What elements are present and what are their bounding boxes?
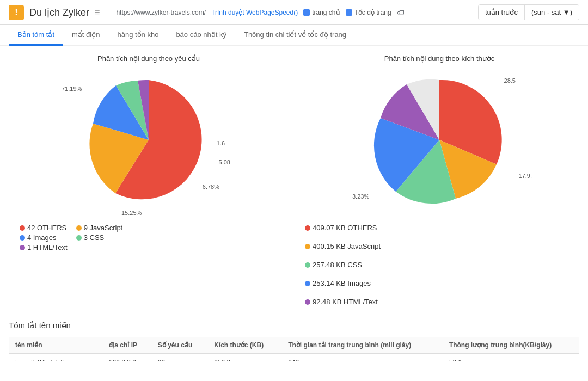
- app-title: Du lịch Zylker: [29, 7, 89, 19]
- legend-item-kb-css: 257.48 KB CSS: [305, 261, 579, 269]
- tab-summary[interactable]: Bản tóm tắt: [9, 25, 63, 46]
- left-legend: 42 OTHERS 4 Images 1 HTML/Text 9 JavaScr…: [9, 224, 289, 253]
- col-avg-load: Thời gian tải trang trung bình (mili giâ…: [281, 337, 443, 354]
- legend-dot-kb-css: [305, 262, 310, 268]
- date-range-button[interactable]: tuần trước (sun - sat ▼): [478, 4, 579, 20]
- domain-table-section: Tóm tắt tên miền tên miền địa chỉ IP Số …: [9, 321, 579, 361]
- legend-dot-js: [76, 225, 82, 231]
- legend-item-others: 42 OTHERS: [20, 224, 68, 232]
- right-legend: 409.07 KB OTHERS 400.15 KB JavaScript 25…: [299, 224, 579, 308]
- col-domain: tên miền: [9, 337, 102, 354]
- cell-throughput-0: 50.1: [443, 354, 579, 361]
- left-chart-section: Phân tích nội dung theo yêu cầu 71.19% 1…: [9, 54, 289, 308]
- header-right: tuần trước (sun - sat ▼): [478, 4, 579, 20]
- cell-ip-0: 192.0.2.0: [102, 354, 151, 361]
- date-range-period: (sun - sat ▼): [524, 5, 579, 20]
- domain-table-title: Tóm tắt tên miền: [9, 321, 579, 330]
- charts-row: Phân tích nội dung theo yêu cầu 71.19% 1…: [9, 54, 579, 308]
- legend-dot-kb-html: [305, 299, 310, 305]
- header-left: ! Du lịch Zylker ≡ https://www.zylker-tr…: [9, 5, 405, 20]
- filter-color-home: [303, 9, 310, 16]
- legend-item-css: 3 CSS: [76, 233, 123, 242]
- legend-item-kb-html: 92.48 KB HTML/Text: [305, 298, 579, 306]
- legend-item-kb-others: 409.07 KB OTHERS: [305, 224, 579, 232]
- right-label-bottomleft: 3.23%: [352, 193, 369, 200]
- legend-label-others: 42 OTHERS: [27, 224, 66, 232]
- tag-icon[interactable]: 🏷: [397, 8, 405, 17]
- tab-report[interactable]: báo cáo nhật ký: [167, 25, 235, 46]
- legend-dot-css: [76, 235, 82, 241]
- legend-label-images: 4 Images: [27, 233, 56, 242]
- domain-table: tên miền địa chỉ IP Số yêu cầu Kích thướ…: [9, 337, 579, 361]
- warning-icon: !: [9, 5, 24, 20]
- right-chart-section: Phân tích nội dung theo kích thước 28.5 …: [299, 54, 579, 308]
- header: ! Du lịch Zylker ≡ https://www.zylker-tr…: [0, 0, 588, 25]
- legend-label-html: 1 HTML/Text: [27, 243, 68, 251]
- legend-label-kb-others: 409.07 KB OTHERS: [313, 224, 377, 232]
- menu-icon[interactable]: ≡: [95, 8, 100, 17]
- filter-tag-home[interactable]: trang chủ: [303, 9, 340, 16]
- col-size: Kích thước (KB): [207, 337, 281, 354]
- tab-speed-detail[interactable]: Thông tin chi tiết về tốc độ trang: [235, 25, 355, 46]
- right-label-right: 17.9.: [519, 173, 532, 179]
- pagespeed-link[interactable]: Trình duyệt WebPageSpeed(): [211, 9, 298, 16]
- legend-dot-others: [20, 225, 25, 231]
- legend-label-js: 9 JavaScript: [84, 224, 123, 232]
- legend-label-kb-css: 257.48 KB CSS: [313, 261, 362, 269]
- tab-inventory[interactable]: hàng tồn kho: [108, 25, 167, 46]
- left-label-right3: 6.78%: [203, 183, 219, 190]
- col-throughput: Thông lượng trung bình(KB/giây): [443, 337, 579, 354]
- legend-item-kb-images: 253.14 KB Images: [305, 279, 579, 287]
- cell-size-0: 350.9: [207, 354, 281, 361]
- left-chart-title: Phân tích nội dung theo yêu cầu: [9, 54, 289, 63]
- legend-item-images: 4 Images: [20, 233, 68, 242]
- legend-dot-kb-js: [305, 244, 310, 249]
- legend-dot-images: [20, 235, 25, 241]
- left-label-bottom: 15.25%: [121, 210, 142, 216]
- legend-item-js: 9 JavaScript: [76, 224, 123, 232]
- filter-color-speed: [346, 9, 352, 16]
- right-pie-chart: [363, 69, 516, 211]
- col-requests: Số yêu cầu: [151, 337, 207, 354]
- date-range-label: tuần trước: [479, 5, 524, 20]
- right-chart-title: Phân tích nội dung theo kích thước: [299, 54, 579, 63]
- right-label-topright: 28.5: [504, 77, 516, 84]
- left-label-topleft: 71.19%: [62, 85, 82, 92]
- main-content: Phân tích nội dung theo yêu cầu 71.19% 1…: [0, 46, 588, 361]
- legend-dot-kb-images: [305, 281, 310, 286]
- legend-label-kb-html: 92.48 KB HTML/Text: [313, 298, 378, 306]
- tabs-bar: Bản tóm tắt mất điện hàng tồn kho báo cá…: [0, 25, 588, 46]
- legend-label-kb-js: 400.15 KB JavaScript: [313, 242, 381, 250]
- left-label-right2: 5.08: [219, 159, 230, 165]
- filter-tag-speed[interactable]: Tốc độ trang: [346, 9, 391, 16]
- filter-label-speed: Tốc độ trang: [354, 9, 391, 16]
- legend-item-html: 1 HTML/Text: [20, 243, 68, 251]
- col-ip: địa chỉ IP: [102, 337, 151, 354]
- site-url: https://www.zylker-travels.com/: [116, 9, 206, 16]
- cell-domain-0: img.site24x7static.com: [9, 354, 102, 361]
- legend-label-css: 3 CSS: [84, 233, 105, 242]
- legend-item-kb-js: 400.15 KB JavaScript: [305, 242, 579, 250]
- table-row: img.site24x7static.com 192.0.2.0 30 350.…: [9, 354, 579, 361]
- tab-outage[interactable]: mất điện: [63, 25, 108, 46]
- left-label-right1: 1.6: [217, 140, 225, 146]
- filter-label-home: trang chủ: [312, 9, 340, 16]
- legend-dot-kb-others: [305, 225, 310, 231]
- cell-requests-0: 30: [151, 354, 207, 361]
- cell-avgload-0: 242: [281, 354, 443, 361]
- legend-dot-html: [20, 245, 25, 250]
- legend-label-kb-images: 253.14 KB Images: [313, 279, 371, 287]
- table-header-row: tên miền địa chỉ IP Số yêu cầu Kích thướ…: [9, 337, 579, 354]
